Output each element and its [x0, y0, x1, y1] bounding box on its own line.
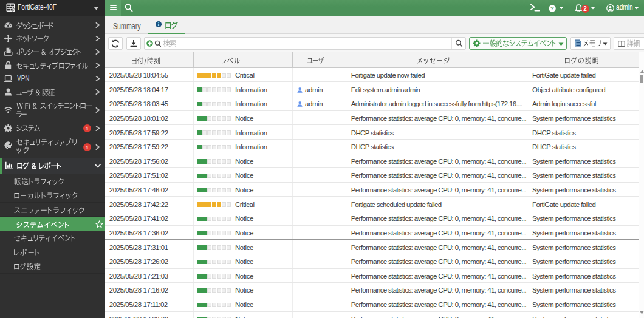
svg-text:?: ? — [550, 5, 554, 12]
